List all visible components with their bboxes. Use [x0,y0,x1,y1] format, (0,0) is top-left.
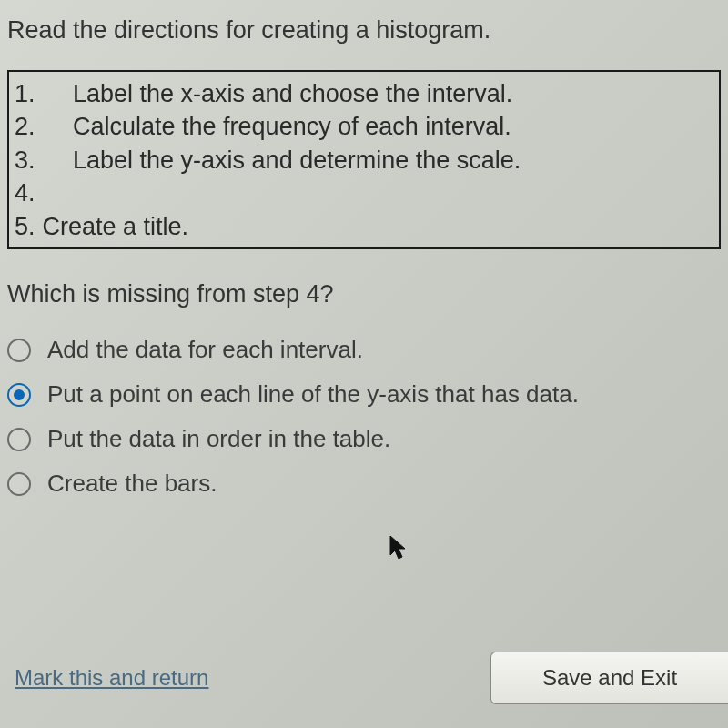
step-number: 4. [15,177,73,209]
footer: Mark this and return Save and Exit [0,652,728,704]
step-row: 5. Create a title. [15,210,713,243]
step-row: 1. Label the x-axis and choose the inter… [15,77,713,110]
radio-icon[interactable] [7,383,31,407]
step-number: 1. [15,77,73,110]
option-label: Put a point on each line of the y-axis t… [47,380,579,409]
option-label: Add the data for each interval. [47,336,363,364]
step-number: 2. [15,110,73,143]
mark-and-return-link[interactable]: Mark this and return [15,665,208,691]
step-text: Label the y-axis and determine the scale… [73,144,521,177]
option-put-point[interactable]: Put a point on each line of the y-axis t… [7,380,717,409]
options-group: Add the data for each interval. Put a po… [7,336,717,498]
radio-icon[interactable] [7,472,31,496]
steps-box: 1. Label the x-axis and choose the inter… [7,70,721,249]
save-and-exit-button[interactable]: Save and Exit [490,652,728,704]
step-row: 3. Label the y-axis and determine the sc… [15,144,713,177]
step-text: Calculate the frequency of each interval… [73,110,511,143]
option-add-data[interactable]: Add the data for each interval. [7,336,717,364]
step-text: Create a title. [43,210,189,243]
radio-icon[interactable] [7,339,31,362]
step-number: 5. [15,210,35,243]
option-label: Create the bars. [47,470,217,498]
question-text: Which is missing from step 4? [7,280,717,308]
option-put-data-order[interactable]: Put the data in order in the table. [7,425,717,453]
step-number: 3. [15,144,73,177]
option-create-bars[interactable]: Create the bars. [7,470,717,498]
instruction-text: Read the directions for creating a histo… [7,16,717,45]
option-label: Put the data in order in the table. [47,425,390,453]
step-row: 4. [15,177,713,209]
step-text: Label the x-axis and choose the interval… [73,77,512,110]
radio-icon[interactable] [7,428,31,451]
cursor-icon [389,535,408,564]
step-row: 2. Calculate the frequency of each inter… [15,110,713,143]
